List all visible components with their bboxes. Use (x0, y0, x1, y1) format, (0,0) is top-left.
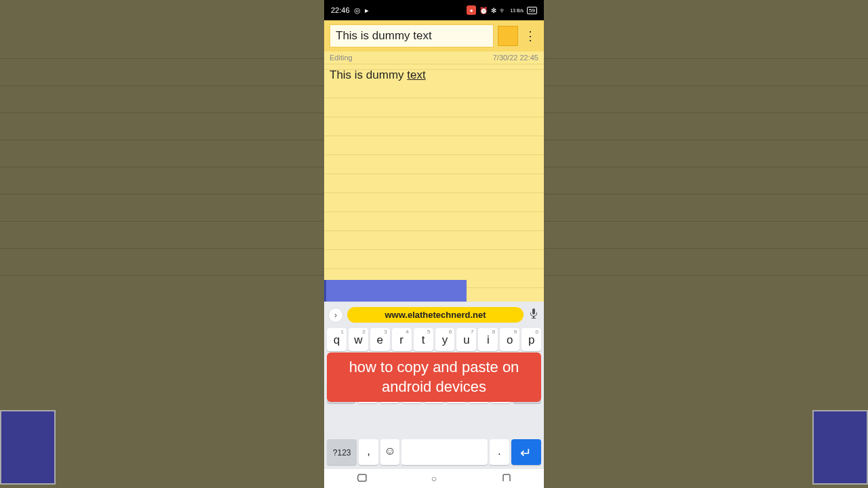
note-timestamp: 7/30/22 22:45 (493, 54, 538, 62)
key-t[interactable]: t5 (414, 328, 433, 351)
key-e[interactable]: e3 (370, 328, 390, 351)
phone-frame: 22:46 ◎ ▸ ● ⏰ ✻ ᯤ 13 B/s 59 ⋮ Editing 7/… (324, 0, 544, 488)
key-r[interactable]: r4 (392, 328, 412, 351)
enter-key[interactable]: ↵ (511, 439, 541, 465)
status-time: 22:46 (331, 6, 350, 14)
nav-back-icon[interactable] (356, 473, 367, 485)
key-q[interactable]: q1 (327, 328, 347, 351)
text-selection-highlight[interactable] (324, 280, 467, 302)
key-i[interactable]: i8 (478, 328, 498, 351)
note-body[interactable]: This is dummy text (324, 64, 544, 302)
keyboard-row-1: q1w2e3r4t5y6u7i8o9p0 (324, 327, 544, 352)
status-bar: 22:46 ◎ ▸ ● ⏰ ✻ ᯤ 13 B/s 59 (324, 0, 544, 20)
overflow-menu-icon[interactable]: ⋮ (522, 28, 538, 43)
note-title-input[interactable] (330, 24, 494, 47)
android-nav-bar: ○ (324, 469, 544, 488)
app-header: ⋮ (324, 20, 544, 52)
record-icon: ● (467, 5, 476, 15)
wifi-icon: ᯤ (500, 7, 507, 14)
bluetooth-icon: ✻ (491, 7, 496, 14)
note-text: This is dummy text (330, 68, 426, 81)
status-icon-card: ▸ (365, 6, 369, 15)
note-meta-bar: Editing 7/30/22 22:45 (324, 52, 544, 64)
nav-home-icon[interactable]: ○ (431, 473, 437, 484)
status-icon-target: ◎ (354, 6, 361, 15)
alarm-icon: ⏰ (479, 7, 488, 14)
net-speed: 13 B/s (510, 8, 524, 13)
key-y[interactable]: y6 (435, 328, 455, 351)
nav-recent-icon[interactable] (501, 473, 512, 485)
space-key[interactable] (401, 439, 488, 465)
key-p[interactable]: p0 (521, 328, 541, 351)
symbols-key[interactable]: ?123 (327, 439, 357, 465)
key-o[interactable]: o9 (500, 328, 519, 351)
key-u[interactable]: u7 (456, 328, 476, 351)
comma-key[interactable]: , (359, 439, 378, 465)
expand-suggestions-icon[interactable]: › (328, 308, 343, 323)
battery-icon: 59 (527, 7, 537, 14)
soft-keyboard: › www.elathetechnerd.net q1w2e3r4t5y6u7i… (324, 302, 544, 469)
key-w[interactable]: w2 (349, 328, 368, 351)
video-caption-overlay: how to copy and paste on android devices (327, 352, 541, 402)
period-key[interactable]: . (490, 439, 509, 465)
mic-icon[interactable] (528, 308, 540, 321)
note-status-label: Editing (330, 54, 353, 62)
emoji-key[interactable]: ☺ (380, 439, 400, 465)
color-picker-chip[interactable] (498, 26, 518, 46)
suggestion-text[interactable]: www.elathetechnerd.net (347, 307, 524, 323)
suggestion-row: › www.elathetechnerd.net (324, 306, 544, 327)
